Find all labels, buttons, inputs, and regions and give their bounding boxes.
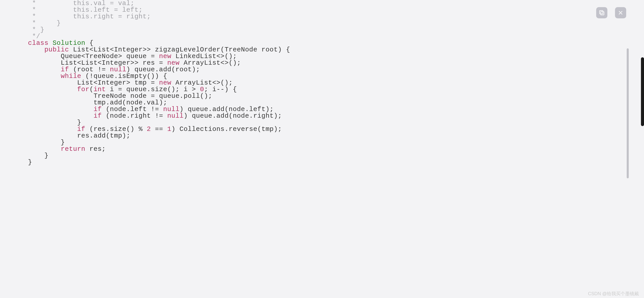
code-token: ) Collections.reverse(tmp);: [171, 125, 282, 133]
code-token: 1: [167, 125, 171, 133]
code-line: TreeNode node = queue.poll();: [28, 93, 644, 99]
code-line: * this.left = left;: [28, 7, 644, 13]
code-line: * }: [28, 26, 644, 33]
toolbar: [596, 7, 626, 18]
code-line: public List<List<Integer>> zigzagLevelOr…: [28, 46, 644, 53]
code-line: Queue<TreeNode> queue = new LinkedList<>…: [28, 53, 644, 60]
code-token: if: [94, 112, 102, 120]
code-line: while (!queue.isEmpty()) {: [28, 73, 644, 79]
code-line: if (node.right != null) queue.add(node.r…: [28, 113, 644, 119]
code-line: if (root != null) queue.add(root);: [28, 66, 644, 73]
watermark: CSDN @给我买个墨镜戴: [588, 291, 639, 296]
close-icon: [617, 9, 624, 16]
code-line: List<Integer> tmp = new ArrayList<>();: [28, 79, 644, 86]
copy-button[interactable]: [596, 7, 607, 18]
code-line: * this.right = right;: [28, 13, 644, 20]
code-block: * this.val = val; * this.left = left; * …: [0, 0, 644, 166]
code-line: }: [28, 119, 644, 126]
code-token: ) queue.add(node.right);: [184, 112, 282, 120]
code-line: }: [28, 152, 644, 159]
close-button[interactable]: [615, 7, 626, 18]
code-line: return res;: [28, 146, 644, 152]
code-line: }: [28, 139, 644, 146]
code-line: if (res.size() % 2 == 1) Collections.rev…: [28, 126, 644, 132]
code-line: if (node.left != null) queue.add(node.le…: [28, 106, 644, 113]
copy-icon: [598, 9, 605, 16]
code-line: }: [28, 159, 644, 166]
code-token: return: [61, 145, 85, 153]
code-token: }: [28, 158, 32, 166]
code-token: 2: [147, 125, 151, 133]
code-line: List<List<Integer>> res = new ArrayList<…: [28, 60, 644, 66]
code-token: (node.right !=: [102, 112, 167, 120]
code-token: ==: [151, 125, 167, 133]
code-token: res;: [85, 145, 106, 153]
code-line: * this.val = val;: [28, 0, 644, 7]
code-line: */: [28, 33, 644, 40]
code-line: res.add(tmp);: [28, 132, 644, 139]
code-line: for(int i = queue.size(); i > 0; i--) {: [28, 86, 644, 93]
code-token: null: [167, 112, 184, 120]
svg-rect-1: [599, 10, 603, 14]
code-line: * }: [28, 20, 644, 26]
inner-scrollbar[interactable]: [627, 48, 629, 178]
code-line: tmp.add(node.val);: [28, 99, 644, 106]
code-line: class Solution {: [28, 40, 644, 46]
outer-scrollbar[interactable]: [641, 57, 644, 126]
svg-rect-0: [601, 12, 604, 15]
